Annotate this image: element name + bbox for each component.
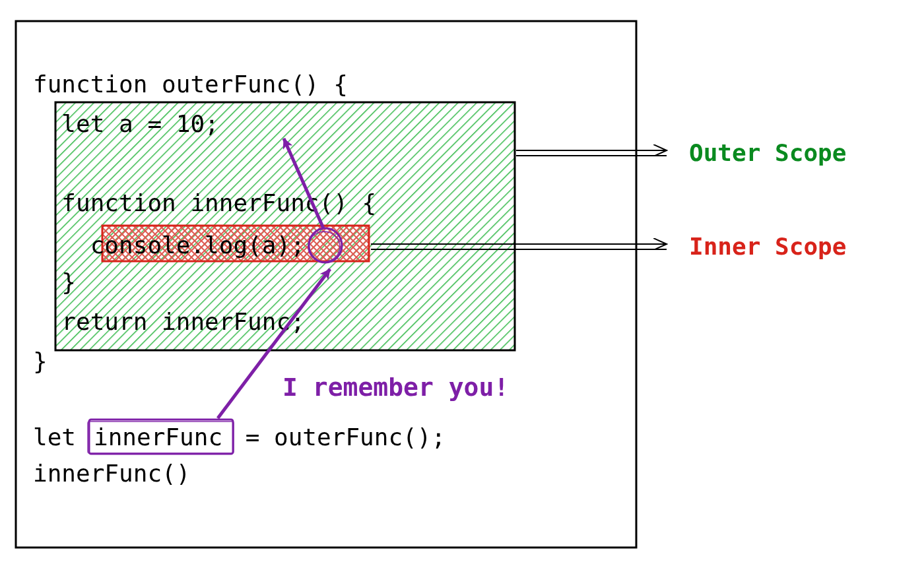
remember-annotation: I remember you! [282,373,509,402]
code-line-8b: innerFunc [94,423,222,451]
code-line-2: let a = 10; [33,110,219,137]
code-line-8a: let [33,423,90,451]
closure-diagram: function outerFunc() { let a = 10; funct… [0,0,924,564]
code-line-9: innerFunc() [33,460,190,487]
code-line-4: console.log(a); [33,232,305,259]
code-line-6: return innerFunc; [33,308,305,335]
outer-scope-label: Outer Scope [689,139,846,166]
code-line-1: function outerFunc() { [33,71,348,98]
code-line-7: } [33,348,48,375]
code-line-5: } [33,268,76,296]
inner-scope-label: Inner Scope [689,233,846,260]
code-line-8c: = outerFunc(); [231,423,446,451]
code-line-3: function innerFunc() { [33,189,376,216]
